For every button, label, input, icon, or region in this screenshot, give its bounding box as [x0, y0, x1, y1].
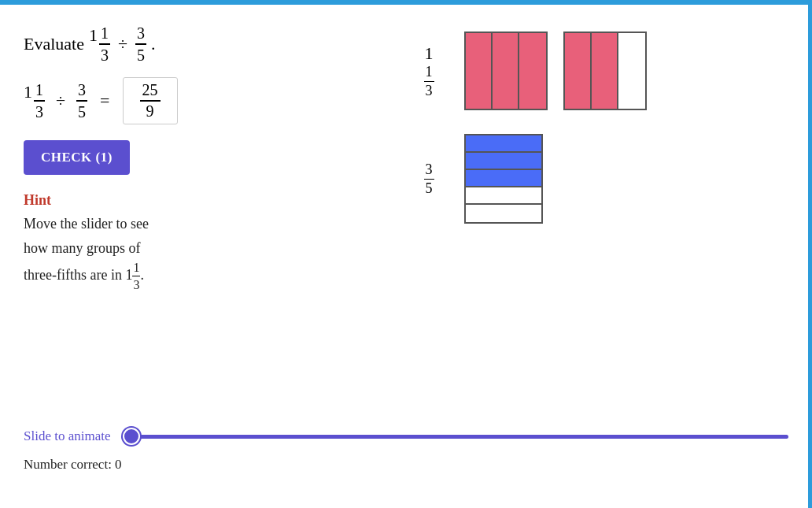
- fraction-1: 1 3: [99, 24, 110, 65]
- bottom-area: Slide to animate Number correct: 0: [24, 428, 788, 473]
- hint-line1: Move the slider to see: [24, 216, 149, 232]
- eq-whole: 1: [24, 80, 32, 101]
- bottom-label-den: 5: [424, 180, 434, 197]
- bottom-label-num: 3: [424, 161, 434, 180]
- eq-num2: 3: [76, 80, 87, 102]
- visual-row-bottom: 3 5: [417, 134, 543, 224]
- hint-line2: how many groups of: [24, 240, 140, 256]
- eq-fraction-1: 1 3: [34, 80, 45, 121]
- equation-row: 1 1 3 ÷ 3 5 = 25 9: [24, 77, 370, 124]
- check-button[interactable]: CHECK (1): [24, 140, 130, 175]
- top-visual-label: 1 1 3: [417, 43, 441, 99]
- top-label-num: 1: [424, 64, 434, 82]
- hint-frac-num: 1: [132, 260, 140, 276]
- slider-row: Slide to animate: [24, 428, 788, 444]
- pink-rect-partial: [563, 32, 647, 110]
- pink-cell-6: [618, 33, 645, 110]
- left-panel: Evaluate 1 1 3 ÷ 3 5 . 1: [24, 24, 370, 293]
- numerator-1: 1: [99, 24, 110, 45]
- hint-inline-mixed: 13: [132, 260, 140, 292]
- pink-cell-3: [519, 33, 546, 110]
- top-border: [0, 0, 812, 5]
- hint-label: Hint: [24, 192, 370, 209]
- blue-cell-1: [466, 135, 543, 153]
- answer-box[interactable]: 25 9: [123, 77, 178, 124]
- eq-den2: 5: [76, 102, 87, 121]
- period-1: .: [151, 34, 156, 54]
- answer-denominator: 9: [144, 102, 157, 121]
- pink-cell-2: [493, 33, 519, 110]
- blue-cell-2: [466, 153, 543, 170]
- eq-fraction-2: 3 5: [76, 80, 87, 121]
- blue-cell-3: [466, 170, 543, 187]
- top-label-frac: 1 3: [424, 64, 434, 99]
- problem-statement: Evaluate 1 1 3 ÷ 3 5 .: [24, 24, 370, 65]
- right-border: [808, 0, 812, 508]
- pink-cell-5: [592, 33, 618, 110]
- right-panel: 1 1 3: [370, 24, 788, 293]
- pink-rect-full: [464, 32, 548, 110]
- hint-text: Move the slider to see how many groups o…: [24, 212, 370, 293]
- bottom-visual-label: 3 5: [417, 161, 441, 197]
- blue-cell-5: [466, 205, 543, 222]
- eq-den1: 3: [34, 102, 45, 121]
- top-label-den: 3: [424, 82, 434, 99]
- hint-section: Hint Move the slider to see how many gro…: [24, 192, 370, 293]
- eq-num1: 1: [34, 80, 45, 102]
- content-area: Evaluate 1 1 3 ÷ 3 5 . 1: [24, 16, 788, 293]
- hint-frac-den: 3: [132, 276, 140, 292]
- eq-equals: =: [95, 91, 114, 111]
- hint-inline-fraction: 13: [132, 260, 140, 292]
- divide-operator: ÷: [115, 34, 131, 54]
- top-label-whole: 1: [425, 43, 434, 64]
- whole-1: 1: [89, 24, 98, 44]
- eq-divide-op: ÷: [53, 91, 68, 111]
- evaluate-label: Evaluate: [24, 34, 84, 54]
- denominator-2: 5: [135, 45, 146, 65]
- blue-cell-4: [466, 187, 543, 205]
- fraction-2: 3 5: [135, 24, 146, 65]
- pink-cell-1: [466, 33, 493, 110]
- blue-rect: [464, 134, 543, 224]
- pink-cell-4: [565, 33, 592, 110]
- eq-mixed-number: 1 1 3: [24, 80, 45, 121]
- hint-line3-post: .: [140, 267, 144, 283]
- denominator-1: 3: [99, 45, 110, 65]
- hint-line3-pre: three-fifths are in 1: [24, 267, 132, 283]
- answer-numerator: 25: [140, 81, 161, 102]
- number-correct: Number correct: 0: [24, 457, 788, 473]
- slider-thumb[interactable]: [123, 428, 140, 445]
- main-container: Evaluate 1 1 3 ÷ 3 5 . 1: [0, 0, 812, 508]
- mixed-number-1: 1 1 3: [89, 24, 110, 65]
- slider-track[interactable]: [121, 435, 788, 439]
- bottom-label-frac: 3 5: [424, 161, 434, 197]
- slider-label: Slide to animate: [24, 428, 110, 444]
- numerator-2: 3: [135, 24, 146, 45]
- visual-row-top: 1 1 3: [417, 32, 647, 110]
- answer-fraction: 25 9: [140, 81, 161, 121]
